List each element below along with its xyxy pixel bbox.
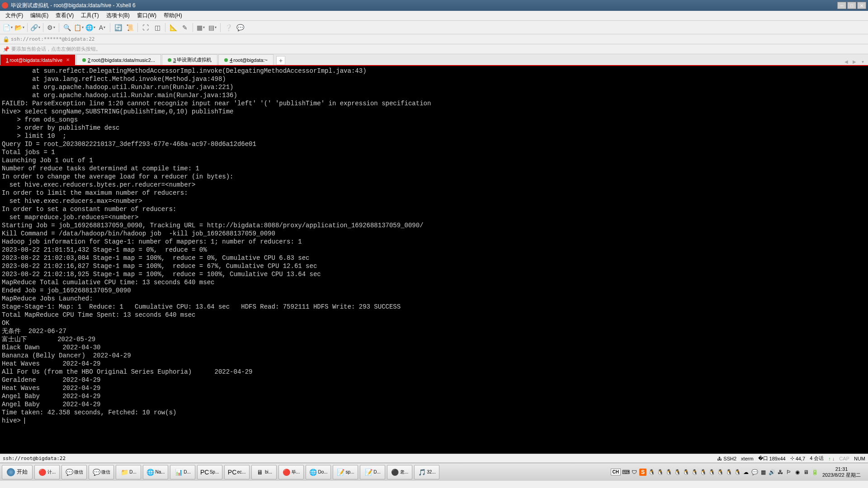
tab-next-button[interactable]: ▶ bbox=[851, 58, 858, 65]
tray-qq-icon[interactable]: 🐧 bbox=[708, 469, 715, 476]
taskbar-app[interactable]: PCec... bbox=[224, 465, 250, 479]
menu-tabs[interactable]: 选项卡(B) bbox=[103, 11, 133, 20]
start-button[interactable]: 开始 bbox=[2, 465, 33, 479]
new-session-button[interactable]: 📄▾ bbox=[3, 23, 13, 33]
tray-sogou-icon[interactable]: S bbox=[639, 469, 646, 476]
session-tab[interactable]: 4 root@bigdata:~ bbox=[218, 54, 274, 65]
tab-number: 1 bbox=[6, 57, 9, 63]
highlight-button[interactable]: ✎ bbox=[180, 23, 190, 33]
tray-qq-icon[interactable]: 🐧 bbox=[665, 469, 672, 476]
transparency-button[interactable]: ◫ bbox=[152, 23, 162, 33]
tab-prev-button[interactable]: ◀ bbox=[843, 58, 850, 65]
taskbar-app[interactable]: 🌐Na... bbox=[143, 465, 168, 479]
taskbar-app[interactable]: 📝D... bbox=[360, 465, 385, 479]
menu-tools[interactable]: 工具(T) bbox=[77, 11, 102, 20]
language-indicator[interactable]: CH bbox=[611, 469, 621, 475]
tray-keyboard-icon[interactable]: ⌨ bbox=[622, 469, 629, 476]
tray-network-icon[interactable]: 🖧 bbox=[777, 469, 784, 476]
maximize-button[interactable]: □ bbox=[847, 2, 856, 9]
chat-button[interactable]: 💬 bbox=[235, 23, 245, 33]
tray-shield-icon[interactable]: 🛡 bbox=[631, 469, 638, 476]
tray-qq-icon[interactable]: 🐧 bbox=[699, 469, 707, 476]
tray-app-icon[interactable]: ▦ bbox=[760, 469, 767, 476]
font-button[interactable]: A▾ bbox=[97, 23, 107, 33]
reconnect-button[interactable]: 🔗▾ bbox=[30, 23, 40, 33]
taskbar-app[interactable]: 🖥bi... bbox=[251, 465, 277, 479]
session-tab[interactable]: 2 root@bigdata:/data/music2... bbox=[76, 54, 161, 65]
menu-help[interactable]: 帮助(H) bbox=[160, 11, 186, 20]
refresh-button[interactable]: 🔄 bbox=[113, 23, 123, 33]
session-tab[interactable]: 1 root@bigdata:/data/hive✕ bbox=[0, 54, 75, 65]
tray-cloud-icon[interactable]: ☁ bbox=[742, 469, 750, 476]
copy-button[interactable]: 📋▾ bbox=[74, 23, 84, 33]
close-button[interactable]: ✕ bbox=[857, 2, 866, 9]
status-sessions: 4 会话 bbox=[810, 455, 824, 462]
open-button[interactable]: 📂▾ bbox=[14, 23, 24, 33]
separator bbox=[193, 23, 193, 32]
taskbar-app[interactable]: 💬微信 bbox=[89, 465, 114, 479]
menu-file[interactable]: 文件(F) bbox=[2, 11, 27, 20]
fullscreen-button[interactable]: ⛶ bbox=[141, 23, 151, 33]
taskbar-app[interactable]: 🔴毕... bbox=[278, 465, 304, 479]
taskbar-app[interactable]: 📁D... bbox=[116, 465, 141, 479]
minimize-button[interactable]: ─ bbox=[837, 2, 846, 9]
tray-qq-icon[interactable]: 🐧 bbox=[734, 469, 741, 476]
app-label: Do... bbox=[318, 469, 327, 474]
properties-button[interactable]: ⚙▾ bbox=[46, 23, 56, 33]
status-cap: CAP bbox=[839, 456, 849, 461]
terminal-output[interactable]: at sun.reflect.DelegatingMethodAccessorI… bbox=[0, 66, 868, 454]
lock-button[interactable]: 📐 bbox=[168, 23, 178, 33]
toolbar: 📄▾ 📂▾ 🔗▾ ⚙▾ 🔍 📋▾ 🌐▾ A▾ 🔄 📜 ⛶ ◫ 📐 ✎ ▦▾ ▤▾… bbox=[0, 21, 868, 34]
address-text[interactable]: ssh://root:******@bigdata:22 bbox=[11, 36, 94, 42]
tray-wechat-icon[interactable]: 💬 bbox=[751, 469, 758, 476]
pin-icon[interactable]: 📌 bbox=[3, 46, 9, 52]
app-label: 计... bbox=[47, 469, 56, 475]
status-bar: ssh://root@bigdata:22 🖧 SSH2 xterm �口 18… bbox=[0, 454, 868, 463]
layout2-button[interactable]: ▤▾ bbox=[208, 23, 217, 33]
globe-button[interactable]: 🌐▾ bbox=[85, 23, 95, 33]
search-button[interactable]: 🔍 bbox=[62, 23, 72, 33]
tray-qq-icon[interactable]: 🐧 bbox=[725, 469, 732, 476]
tray-battery-icon[interactable]: 🔋 bbox=[811, 469, 818, 476]
hint-text: 要添加当前会话，点击左侧的箭头按钮。 bbox=[11, 46, 101, 52]
tray-qq-icon[interactable]: 🐧 bbox=[682, 469, 689, 476]
tray-flag-icon[interactable]: 🏳 bbox=[785, 469, 793, 476]
tray-volume-icon[interactable]: 🔊 bbox=[768, 469, 775, 476]
menu-edit[interactable]: 编辑(E) bbox=[27, 11, 52, 20]
taskbar-app[interactable]: ⚫老... bbox=[387, 465, 412, 479]
status-dot-icon bbox=[168, 58, 171, 62]
tray-qq-icon[interactable]: 🐧 bbox=[656, 469, 664, 476]
tray-qq-icon[interactable]: 🐧 bbox=[674, 469, 681, 476]
clock[interactable]: 21:31 2023/8/22 星期二 bbox=[820, 466, 863, 478]
system-tray: CH ⌨ 🛡 S 🐧 🐧 🐧 🐧 🐧 🐧 🐧 🐧 🐧 🐧 🐧 ☁ 💬 ▦ 🔊 🖧… bbox=[608, 466, 866, 478]
session-tab[interactable]: 3 毕设测试虚拟机 bbox=[162, 54, 217, 65]
menubar: 文件(F) 编辑(E) 查看(V) 工具(T) 选项卡(B) 窗口(W) 帮助(… bbox=[0, 11, 868, 21]
status-size: �口 189x44 bbox=[758, 455, 786, 462]
taskbar-app[interactable]: 🎵32... bbox=[414, 465, 439, 479]
taskbar-app[interactable]: PCSp... bbox=[197, 465, 222, 479]
tray-qq-icon[interactable]: 🐧 bbox=[691, 469, 698, 476]
status-pos: ⊹ 44,7 bbox=[790, 455, 805, 461]
tab-list-button[interactable]: ▾ bbox=[859, 58, 866, 65]
menu-window[interactable]: 窗口(W) bbox=[133, 11, 160, 20]
tray-misc-icon[interactable]: ◉ bbox=[794, 469, 801, 476]
taskbar-app[interactable]: 📊D... bbox=[170, 465, 195, 479]
tray-qq-icon[interactable]: 🐧 bbox=[648, 469, 655, 476]
tab-number: 2 bbox=[88, 57, 90, 63]
taskbar-app[interactable]: 🌐Do... bbox=[306, 465, 331, 479]
layout1-button[interactable]: ▦▾ bbox=[196, 23, 206, 33]
taskbar-app[interactable]: 💬微信 bbox=[61, 465, 87, 479]
taskbar-app[interactable]: 📝sp... bbox=[333, 465, 358, 479]
help-button[interactable]: ❔ bbox=[223, 23, 233, 33]
taskbar-app[interactable]: 🔴计... bbox=[34, 465, 60, 479]
menu-view[interactable]: 查看(V) bbox=[52, 11, 77, 20]
separator bbox=[165, 23, 165, 32]
tab-close-button[interactable]: ✕ bbox=[66, 57, 70, 62]
add-tab-button[interactable]: + bbox=[276, 56, 285, 65]
tray-qq-icon[interactable]: 🐧 bbox=[717, 469, 724, 476]
script-button[interactable]: 📜 bbox=[125, 23, 135, 33]
tray-monitor-icon[interactable]: 🖥 bbox=[802, 469, 810, 476]
status-dot-icon bbox=[82, 58, 86, 62]
app-label: 微信 bbox=[74, 469, 83, 475]
tab-nav: ◀ ▶ ▾ bbox=[843, 58, 868, 65]
